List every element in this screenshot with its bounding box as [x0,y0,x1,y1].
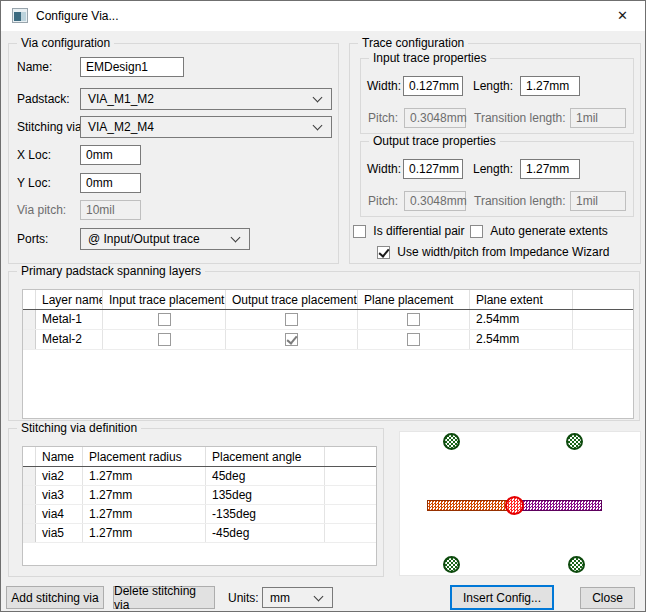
ports-select[interactable]: @ Input/Output trace [80,228,250,250]
via-name-cell: via3 [36,486,83,504]
stitching-table-header: Name Placement radius Placement angle [23,447,376,467]
app-icon [12,8,28,23]
stitching-via-table[interactable]: Name Placement radius Placement angle vi… [22,446,377,566]
input-trace-group: Input trace properties Width: 0.127mm Le… [360,58,634,134]
trace-configuration-group: Trace configuration Input trace properti… [349,43,641,264]
output-placement-cell[interactable] [226,310,358,329]
column-header: Plane extent [470,290,573,309]
output-width-field[interactable]: 0.127mm [403,159,463,179]
row-selector[interactable] [23,310,36,329]
use-impedance-wizard-label: Use width/pitch from Impedance Wizard [397,245,609,259]
table-row[interactable]: via21.27mm45deg [23,467,376,486]
input-pitch-label: Pitch: [368,111,398,125]
name-label: Name: [17,60,52,74]
padstack-layers-table[interactable]: Layer name Input trace placement Output … [22,289,634,419]
input-trace-title: Input trace properties [369,51,490,65]
padstack-layers-title: Primary padstack spanning layers [17,264,205,278]
placement-angle-cell: 45deg [206,467,325,485]
yloc-field[interactable]: 0mm [80,173,141,193]
input-transition-field: 1mil [570,108,626,128]
delete-stitching-via-button[interactable]: Delete stitching via [113,586,215,609]
padstack-table-body: Metal-12.54mmMetal-22.54mm [23,310,633,350]
via-name-cell: via4 [36,505,83,523]
close-button[interactable]: Close [580,587,635,609]
padstack-select[interactable]: VIA_M1_M2 [80,88,332,110]
output-pitch-field: 0.3048mm [404,191,466,211]
output-trace-graphic [515,500,602,511]
ports-label: Ports: [17,232,48,246]
table-row[interactable]: via41.27mm-135deg [23,505,376,524]
row-selector[interactable] [23,467,36,485]
layer-name-cell: Metal-1 [36,310,103,329]
stitching-via-select[interactable]: VIA_M2_M4 [80,116,332,138]
column-header: Layer name [36,290,103,309]
padstack-table-header: Layer name Input trace placement Output … [23,290,633,310]
chevron-down-icon [231,233,241,243]
window-title: Configure Via... [36,9,119,23]
plane-placement-cell[interactable] [358,330,470,349]
via-name-cell: via5 [36,524,83,542]
units-label: Units: [228,591,259,605]
stitching-via-top-right [566,433,583,450]
auto-generate-extents-checkbox[interactable] [470,225,483,238]
column-header: Placement radius [83,447,206,466]
layer-name-cell: Metal-2 [36,330,103,349]
input-width-field[interactable]: 0.127mm [403,76,463,96]
stitching-via-bottom-left [443,556,460,573]
stitching-via-bottom-right [568,556,585,573]
output-placement-cell[interactable] [226,330,358,349]
input-width-label: Width: [367,79,401,93]
title-bar[interactable]: Configure Via... ✕ [1,1,645,31]
yloc-label: Y Loc: [17,176,51,190]
chevron-down-icon [313,121,323,131]
output-transition-label: Transition length: [474,194,566,208]
output-width-label: Width: [367,162,401,176]
table-row[interactable]: via31.27mm135deg [23,486,376,505]
xloc-field[interactable]: 0mm [80,145,141,165]
placement-angle-cell: 135deg [206,486,325,504]
plane-extent-cell: 2.54mm [470,310,573,329]
input-length-label: Length: [473,79,513,93]
is-differential-pair-checkbox[interactable] [353,225,366,238]
table-row[interactable]: Metal-22.54mm [23,330,633,350]
via-pitch-label: Via pitch: [17,203,66,217]
row-selector[interactable] [23,486,36,504]
units-select[interactable]: mm [262,587,333,608]
stitching-definition-title: Stitching via definition [17,421,141,435]
padstack-layers-group: Primary padstack spanning layers Layer n… [8,271,640,421]
center-via-graphic [505,496,524,515]
table-row[interactable]: via51.27mm-45deg [23,524,376,543]
row-selector[interactable] [23,524,36,542]
name-field[interactable]: EMDesign1 [80,57,184,77]
xloc-label: X Loc: [17,148,51,162]
row-selector[interactable] [23,505,36,523]
plane-extent-cell: 2.54mm [470,330,573,349]
row-selector[interactable] [23,330,36,349]
column-header: Input trace placement [103,290,226,309]
output-transition-field: 1mil [570,191,626,211]
via-configuration-title: Via configuration [17,36,114,50]
output-trace-group: Output trace properties Width: 0.127mm L… [360,141,634,217]
close-icon[interactable]: ✕ [600,1,645,30]
input-trace-graphic [427,500,515,511]
add-stitching-via-button[interactable]: Add stitching via [6,586,104,609]
placement-angle-cell: -135deg [206,505,325,523]
via-configuration-group: Via configuration Name: EMDesign1 Padsta… [8,43,339,264]
use-impedance-wizard-checkbox[interactable] [377,246,390,259]
input-placement-cell[interactable] [103,330,226,349]
stitching-via-top-left [443,433,460,450]
table-row[interactable]: Metal-12.54mm [23,310,633,330]
plane-placement-cell[interactable] [358,310,470,329]
output-length-field[interactable]: 1.27mm [520,159,580,179]
output-pitch-label: Pitch: [368,194,398,208]
stitching-via-label: Stitching via: [17,120,85,134]
input-placement-cell[interactable] [103,310,226,329]
column-header: Plane placement [358,290,470,309]
input-length-field[interactable]: 1.27mm [520,76,580,96]
configure-via-dialog: Configure Via... ✕ Via configuration Nam… [0,0,646,612]
column-header: Output trace placement [226,290,358,309]
insert-config-button[interactable]: Insert Config... [450,585,554,610]
placement-radius-cell: 1.27mm [83,524,206,542]
stitching-definition-group: Stitching via definition Name Placement … [8,428,384,577]
auto-generate-extents-label: Auto generate extents [490,224,607,238]
